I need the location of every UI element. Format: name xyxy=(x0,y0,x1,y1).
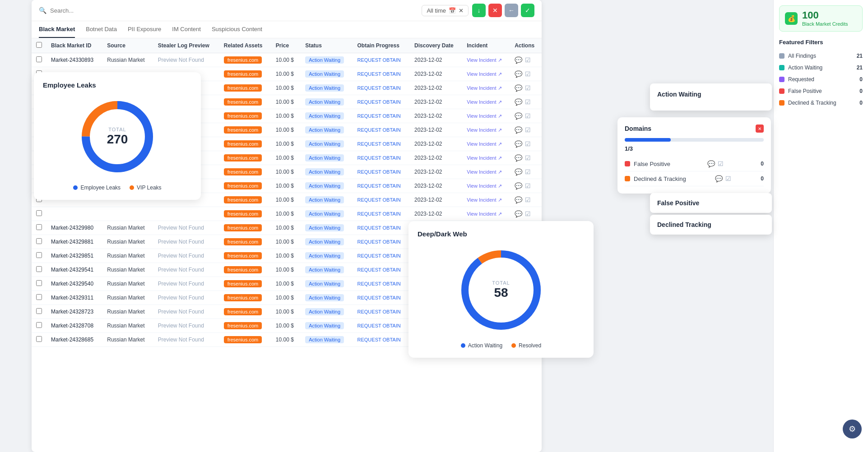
back-button[interactable]: ← xyxy=(505,4,518,17)
incident-link[interactable]: View Incident ↗ xyxy=(467,85,501,91)
asset-badge[interactable]: fresenius.com xyxy=(224,224,262,231)
incident-link[interactable]: View Incident ↗ xyxy=(467,127,501,133)
select-all-checkbox[interactable] xyxy=(36,42,42,48)
incident-link[interactable]: View Incident ↗ xyxy=(467,141,501,147)
check-icon[interactable]: ☑ xyxy=(525,140,531,148)
row-checkbox-14[interactable] xyxy=(36,252,42,258)
obtain-button[interactable]: REQUEST OBTAIN xyxy=(357,309,401,314)
asset-badge[interactable]: fresenius.com xyxy=(224,126,262,134)
check-icon[interactable]: ☑ xyxy=(525,210,531,217)
asset-badge[interactable]: fresenius.com xyxy=(224,280,262,287)
row-checkbox-0[interactable] xyxy=(36,56,42,62)
search-input[interactable] xyxy=(50,7,418,14)
domain-filter-fp[interactable]: False Positive 💬 ☑ 0 xyxy=(625,157,764,171)
comment-icon[interactable]: 💬 xyxy=(515,112,522,120)
incident-link[interactable]: View Incident ↗ xyxy=(467,113,501,119)
row-checkbox-15[interactable] xyxy=(36,266,42,272)
check-icon[interactable]: ☑ xyxy=(525,154,531,161)
check-icon[interactable]: ☑ xyxy=(525,168,531,175)
incident-link[interactable]: View Incident ↗ xyxy=(467,71,501,77)
asset-badge[interactable]: fresenius.com xyxy=(224,266,262,273)
comment-icon[interactable]: 💬 xyxy=(515,154,522,161)
asset-badge[interactable]: fresenius.com xyxy=(224,210,262,217)
incident-link[interactable]: View Incident ↗ xyxy=(467,155,501,161)
tab-pii-exposure[interactable]: PII Exposure xyxy=(128,21,161,38)
obtain-button[interactable]: REQUEST OBTAIN xyxy=(357,113,401,119)
obtain-button[interactable]: REQUEST OBTAIN xyxy=(357,197,401,203)
row-checkbox-17[interactable] xyxy=(36,294,42,300)
obtain-button[interactable]: REQUEST OBTAIN xyxy=(357,267,401,272)
comment-icon[interactable]: 💬 xyxy=(515,84,522,92)
obtain-button[interactable]: REQUEST OBTAIN xyxy=(357,169,401,175)
row-checkbox-13[interactable] xyxy=(36,238,42,244)
asset-badge[interactable]: fresenius.com xyxy=(224,140,262,148)
filter-declined-tracking[interactable]: Declined & Tracking 0 xyxy=(779,97,863,109)
row-checkbox-20[interactable] xyxy=(36,336,42,342)
obtain-button[interactable]: REQUEST OBTAIN xyxy=(357,155,401,161)
obtain-button[interactable]: REQUEST OBTAIN xyxy=(357,253,401,258)
asset-badge[interactable]: fresenius.com xyxy=(224,112,262,120)
check-icon[interactable]: ☑ xyxy=(525,56,531,64)
comment-icon[interactable]: 💬 xyxy=(515,196,522,203)
incident-link[interactable]: View Incident ↗ xyxy=(467,169,501,175)
filter-false-positive[interactable]: False Positive 0 xyxy=(779,85,863,97)
comment-icon[interactable]: 💬 xyxy=(515,126,522,134)
obtain-button[interactable]: REQUEST OBTAIN xyxy=(357,225,401,231)
check-icon[interactable]: ☑ xyxy=(525,70,531,78)
row-checkbox-16[interactable] xyxy=(36,280,42,286)
confirm-button[interactable]: ✓ xyxy=(521,4,534,17)
obtain-button[interactable]: REQUEST OBTAIN xyxy=(357,127,401,133)
asset-badge[interactable]: fresenius.com xyxy=(224,322,262,329)
check-icon[interactable]: ☑ xyxy=(525,112,531,120)
obtain-button[interactable]: REQUEST OBTAIN xyxy=(357,183,401,189)
row-checkbox-11[interactable] xyxy=(36,210,42,216)
obtain-button[interactable]: REQUEST OBTAIN xyxy=(357,281,401,286)
row-checkbox-19[interactable] xyxy=(36,322,42,328)
obtain-button[interactable]: REQUEST OBTAIN xyxy=(357,85,401,91)
asset-badge[interactable]: fresenius.com xyxy=(224,182,262,189)
domains-close-button[interactable]: ✕ xyxy=(756,125,764,133)
comment-icon[interactable]: 💬 xyxy=(515,210,522,217)
obtain-button[interactable]: REQUEST OBTAIN xyxy=(357,337,401,342)
obtain-button[interactable]: REQUEST OBTAIN xyxy=(357,71,401,77)
asset-badge[interactable]: fresenius.com xyxy=(224,70,262,78)
obtain-button[interactable]: REQUEST OBTAIN xyxy=(357,239,401,244)
comment-icon[interactable]: 💬 xyxy=(707,160,715,167)
download-button[interactable]: ↓ xyxy=(472,4,486,17)
domain-filter-dt[interactable]: Declined & Tracking 💬 ☑ 0 xyxy=(625,171,764,186)
check-icon[interactable]: ☑ xyxy=(525,84,531,92)
asset-badge[interactable]: fresenius.com xyxy=(224,56,262,64)
asset-badge[interactable]: fresenius.com xyxy=(224,154,262,161)
obtain-button[interactable]: REQUEST OBTAIN xyxy=(357,141,401,147)
check-icon[interactable]: ☑ xyxy=(525,126,531,134)
date-filter[interactable]: All time 📅 ✕ xyxy=(422,5,469,16)
comment-icon[interactable]: 💬 xyxy=(515,56,522,64)
row-checkbox-18[interactable] xyxy=(36,308,42,314)
incident-link[interactable]: View Incident ↗ xyxy=(467,211,501,217)
tab-suspicious-content[interactable]: Suspicious Content xyxy=(212,21,262,38)
filter-action-waiting[interactable]: Action Waiting 21 xyxy=(779,62,863,74)
check-icon[interactable]: ☑ xyxy=(525,182,531,189)
incident-link[interactable]: View Incident ↗ xyxy=(467,57,501,63)
tab-black-market[interactable]: Black Market xyxy=(39,21,75,38)
tab-im-content[interactable]: IM Content xyxy=(172,21,201,38)
incident-link[interactable]: View Incident ↗ xyxy=(467,183,501,189)
comment-icon[interactable]: 💬 xyxy=(515,182,522,189)
obtain-button[interactable]: REQUEST OBTAIN xyxy=(357,295,401,300)
incident-link[interactable]: View Incident ↗ xyxy=(467,197,501,203)
asset-badge[interactable]: fresenius.com xyxy=(224,168,262,175)
asset-badge[interactable]: fresenius.com xyxy=(224,336,262,343)
asset-badge[interactable]: fresenius.com xyxy=(224,252,262,259)
filter-all-findings[interactable]: All Findings 21 xyxy=(779,50,863,62)
comment-icon[interactable]: 💬 xyxy=(515,98,522,106)
obtain-button[interactable]: REQUEST OBTAIN xyxy=(357,211,401,217)
asset-badge[interactable]: fresenius.com xyxy=(224,238,262,245)
check-icon[interactable]: ☑ xyxy=(525,196,531,203)
obtain-button[interactable]: REQUEST OBTAIN xyxy=(357,323,401,328)
filter-requested[interactable]: Requested 0 xyxy=(779,74,863,85)
check-icon[interactable]: ☑ xyxy=(718,160,724,167)
comment-icon-2[interactable]: 💬 xyxy=(715,175,723,182)
asset-badge[interactable]: fresenius.com xyxy=(224,84,262,92)
obtain-button[interactable]: REQUEST OBTAIN xyxy=(357,99,401,105)
delete-button[interactable]: ✕ xyxy=(488,4,502,17)
